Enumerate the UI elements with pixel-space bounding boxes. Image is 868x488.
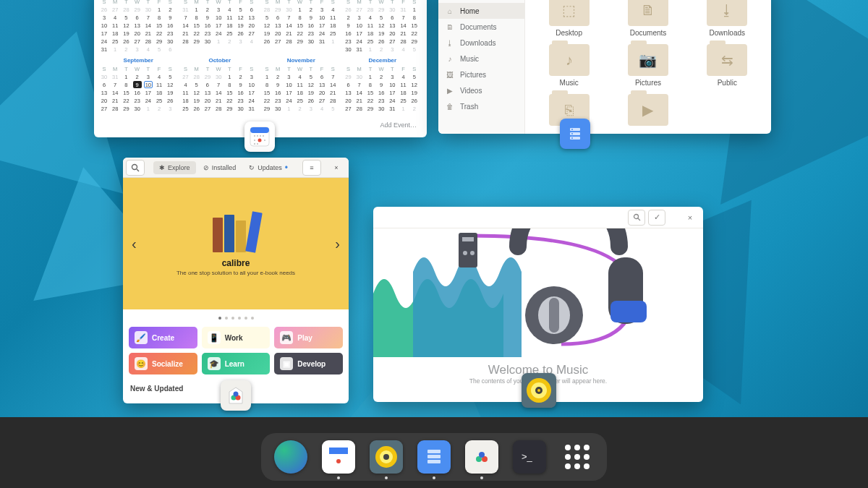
day-cell[interactable]: 14 <box>144 22 153 29</box>
day-cell[interactable]: 29 <box>192 38 201 45</box>
dock-calendar[interactable] <box>322 440 355 474</box>
day-cell[interactable]: 29 <box>263 105 271 112</box>
day-cell[interactable]: 31 <box>111 73 119 80</box>
day-cell[interactable]: 2 <box>296 105 305 112</box>
day-cell[interactable]: 16 <box>273 89 282 96</box>
day-cell[interactable]: 1 <box>366 46 375 53</box>
tab-explore[interactable]: ✱Explore <box>153 161 196 174</box>
day-cell[interactable]: 19 <box>263 30 271 37</box>
day-cell[interactable]: 4 <box>111 14 119 21</box>
category-play[interactable]: 🎮Play <box>274 327 343 348</box>
day-cell[interactable]: 23 <box>377 97 386 104</box>
day-cell[interactable]: 9 <box>344 22 353 29</box>
tab-updates[interactable]: ↻Updates• <box>243 161 294 174</box>
day-cell[interactable]: 14 <box>111 89 119 96</box>
day-cell[interactable]: 30 <box>307 38 315 45</box>
day-cell[interactable]: 10 <box>247 81 256 88</box>
category-learn[interactable]: 🎓Learn <box>202 353 271 374</box>
day-cell[interactable]: 16 <box>377 89 386 96</box>
day-cell[interactable]: 18 <box>111 30 119 37</box>
day-cell[interactable]: 3 <box>144 73 153 80</box>
day-cell[interactable]: 16 <box>166 22 174 29</box>
day-cell[interactable]: 13 <box>247 14 256 21</box>
folder-music[interactable]: ♪Music <box>531 44 607 87</box>
day-cell[interactable]: 6 <box>133 14 142 21</box>
day-cell[interactable]: 23 <box>133 97 142 104</box>
day-cell[interactable]: 25 <box>182 105 190 112</box>
day-cell[interactable]: 5 <box>155 46 163 53</box>
category-develop[interactable]: ▣Develop <box>274 353 343 374</box>
day-cell[interactable]: 30 <box>144 6 153 13</box>
day-cell[interactable]: 30 <box>214 73 223 80</box>
day-cell[interactable]: 15 <box>263 89 271 96</box>
day-cell[interactable]: 30 <box>166 38 174 45</box>
day-cell[interactable]: 10 <box>355 22 364 29</box>
day-cell[interactable]: 29 <box>410 38 419 45</box>
day-cell[interactable]: 7 <box>284 14 293 21</box>
day-cell[interactable]: 28 <box>111 105 119 112</box>
day-cell[interactable]: 7 <box>328 73 337 80</box>
day-cell[interactable]: 2 <box>273 73 282 80</box>
day-cell[interactable]: 5 <box>307 73 315 80</box>
day-cell[interactable]: 3 <box>100 14 109 21</box>
day-cell[interactable]: 23 <box>273 97 282 104</box>
day-cell[interactable]: 7 <box>399 14 408 21</box>
day-cell[interactable]: 26 <box>307 97 315 104</box>
day-cell[interactable]: 8 <box>192 14 201 21</box>
day-cell[interactable]: 2 <box>133 73 142 80</box>
day-cell[interactable]: 31 <box>388 105 396 112</box>
day-cell[interactable]: 7 <box>111 81 119 88</box>
day-cell[interactable]: 27 <box>247 30 256 37</box>
day-cell[interactable]: 16 <box>133 89 142 96</box>
day-cell[interactable]: 1 <box>155 6 163 13</box>
day-cell[interactable]: 1 <box>328 38 337 45</box>
day-cell[interactable]: 29 <box>377 6 386 13</box>
day-cell[interactable]: 30 <box>133 105 142 112</box>
folder-documents[interactable]: 🗎Documents <box>610 0 686 37</box>
day-cell[interactable]: 6 <box>344 81 353 88</box>
day-cell[interactable]: 5 <box>410 73 419 80</box>
sidebar-item-home[interactable]: ⌂Home <box>438 3 524 19</box>
calendar-app-icon[interactable] <box>244 121 275 152</box>
day-cell[interactable]: 14 <box>182 22 190 29</box>
day-cell[interactable]: 21 <box>111 97 119 104</box>
day-cell[interactable]: 15 <box>155 22 163 29</box>
day-cell[interactable]: 30 <box>377 105 386 112</box>
day-cell[interactable]: 15 <box>366 89 375 96</box>
day-cell[interactable]: 31 <box>399 6 408 13</box>
day-cell[interactable]: 12 <box>377 22 386 29</box>
day-cell[interactable]: 25 <box>111 38 119 45</box>
day-cell[interactable]: 1 <box>225 73 234 80</box>
dock-terminal[interactable]: >_ <box>513 440 546 474</box>
search-button[interactable] <box>126 160 145 176</box>
day-cell[interactable]: 24 <box>144 97 153 104</box>
day-cell[interactable]: 24 <box>100 38 109 45</box>
day-cell[interactable]: 1 <box>284 105 293 112</box>
day-cell[interactable]: 26 <box>100 6 109 13</box>
day-cell[interactable]: 30 <box>203 38 212 45</box>
day-cell[interactable]: 8 <box>122 81 130 88</box>
calendar-month[interactable]: DecemberSMTWTFS2930123456789101112131415… <box>344 57 422 112</box>
day-cell[interactable]: 27 <box>388 38 396 45</box>
day-cell[interactable]: 6 <box>100 81 109 88</box>
day-cell[interactable]: 18 <box>328 22 337 29</box>
day-cell[interactable]: 25 <box>366 38 375 45</box>
tab-installed[interactable]: ⊘Installed <box>197 161 242 174</box>
day-cell[interactable]: 18 <box>155 89 163 96</box>
sidebar-item-videos[interactable]: ▶Videos <box>438 82 524 98</box>
day-cell[interactable]: 29 <box>133 6 142 13</box>
day-cell[interactable]: 11 <box>111 22 119 29</box>
day-cell[interactable]: 11 <box>225 14 234 21</box>
day-cell[interactable]: 22 <box>263 97 271 104</box>
day-cell[interactable]: 3 <box>166 105 174 112</box>
day-cell[interactable]: 28 <box>192 73 201 80</box>
day-cell[interactable]: 5 <box>122 14 130 21</box>
day-cell[interactable]: 3 <box>388 73 396 80</box>
featured-banner[interactable]: ‹ › calibre The one stop solution to all… <box>123 178 349 309</box>
day-cell[interactable]: 3 <box>284 73 293 80</box>
day-cell[interactable]: 9 <box>377 81 386 88</box>
day-cell[interactable]: 16 <box>344 30 353 37</box>
day-cell[interactable]: 15 <box>410 22 419 29</box>
day-cell[interactable]: 26 <box>166 97 174 104</box>
day-cell[interactable]: 26 <box>410 97 419 104</box>
